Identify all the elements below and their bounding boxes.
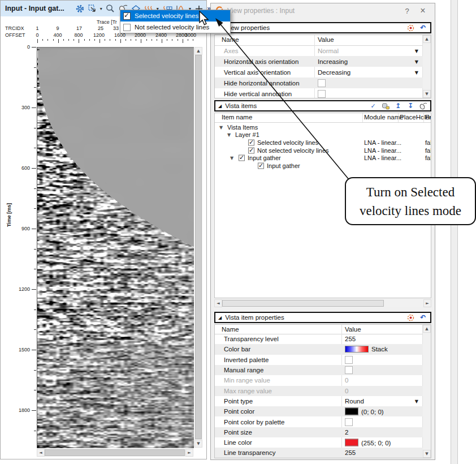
menu-item-checkbox[interactable]: [123, 24, 131, 31]
property-checkbox[interactable]: [345, 418, 353, 426]
expander-icon[interactable]: ▼: [219, 124, 223, 130]
property-value[interactable]: Decreasing: [318, 69, 350, 76]
vista-items-horizontal-scrollbar[interactable]: ◄ ►: [214, 299, 431, 307]
tree-row-selected-velocity-lines[interactable]: Selected velocity linesLNA - linear...fa…: [215, 139, 431, 147]
property-value[interactable]: 255: [345, 449, 356, 456]
tree-item-checkbox[interactable]: [248, 147, 254, 153]
menu-item-checkbox[interactable]: [123, 12, 131, 20]
property-row[interactable]: Point typeRound▼: [215, 396, 431, 406]
tree-row-not-selected-velocity-lines[interactable]: Not selected velocity linesLNA - linear.…: [215, 147, 431, 154]
property-value[interactable]: [318, 90, 326, 98]
collapse-triangle-icon[interactable]: ◢: [218, 315, 222, 320]
property-row[interactable]: Inverted palette: [215, 355, 431, 365]
column-header[interactable]: Name: [222, 36, 239, 43]
table-scrollbar[interactable]: ▲▼: [423, 35, 431, 98]
menu-item-selected-velocity-lines[interactable]: Selected velocity lines: [120, 10, 230, 22]
view-properties-section-header[interactable]: ◢ View properties ↶: [214, 22, 431, 33]
property-value[interactable]: [345, 418, 353, 426]
property-checkbox[interactable]: [318, 79, 326, 87]
tree-row-input-gather[interactable]: ▼Input gatherLNA - linear...false: [215, 154, 431, 162]
gear-icon[interactable]: [76, 3, 84, 14]
property-row[interactable]: Transparency level255: [215, 334, 431, 344]
property-value[interactable]: [345, 356, 353, 364]
property-value[interactable]: (0; 0; 0): [345, 408, 384, 415]
tree-item-checkbox[interactable]: [248, 139, 254, 145]
scroll-right-arrow[interactable]: ►: [185, 449, 193, 457]
plot-vertical-scrollbar[interactable]: ▲ ▼: [194, 47, 202, 448]
column-header[interactable]: Name: [222, 326, 239, 333]
property-row[interactable]: AxesNormal▼: [215, 45, 431, 56]
dropdown-caret-icon[interactable]: ▼: [415, 48, 418, 53]
target-icon[interactable]: [406, 313, 415, 321]
property-value[interactable]: [318, 79, 326, 87]
tree-item-checkbox[interactable]: [258, 162, 264, 169]
property-row[interactable]: Point size2: [215, 427, 431, 437]
color-swatch[interactable]: [345, 408, 358, 415]
scroll-left-arrow[interactable]: ◄: [37, 449, 45, 457]
property-row[interactable]: Point color(0; 0; 0): [215, 406, 431, 416]
property-value[interactable]: [345, 366, 353, 374]
menu-item-not-selected-velocity-lines[interactable]: Not selected velocity lines: [120, 22, 230, 33]
dropdown-caret-icon[interactable]: ▼: [415, 59, 418, 64]
collapse-triangle-icon[interactable]: ◢: [218, 104, 222, 109]
property-row[interactable]: Line transparency255: [215, 448, 431, 458]
tree-row-layer-#1[interactable]: ▼Layer #1: [215, 131, 431, 139]
property-value[interactable]: Round: [345, 398, 364, 405]
target-icon[interactable]: [406, 24, 415, 32]
property-row[interactable]: Point color by palette: [215, 416, 431, 427]
table-scrollbar[interactable]: ▲▼: [423, 325, 431, 458]
property-checkbox[interactable]: [318, 90, 326, 98]
horizontal-scroll-thumb[interactable]: [45, 449, 185, 456]
column-header[interactable]: From: [425, 114, 431, 121]
column-header[interactable]: Item name: [222, 114, 252, 121]
scroll-down-arrow[interactable]: ▼: [423, 450, 431, 458]
reset-icon[interactable]: ↶: [418, 24, 427, 32]
tree-item-checkbox[interactable]: [239, 155, 245, 161]
column-header[interactable]: Value: [345, 326, 361, 333]
scroll-right-arrow[interactable]: ►: [423, 299, 431, 307]
colorbar-swatch[interactable]: [345, 346, 369, 353]
selection-mode-icon[interactable]: [88, 3, 97, 14]
color-swatch[interactable]: [345, 439, 358, 446]
apply-check-icon[interactable]: ✓: [369, 102, 378, 110]
property-row[interactable]: Color barStack: [215, 344, 431, 354]
plot-horizontal-scrollbar[interactable]: ◄ ►: [37, 449, 193, 457]
selection-mode-caret-icon[interactable]: ▾: [100, 6, 102, 11]
property-row[interactable]: Max range value0: [215, 386, 431, 396]
vertical-scroll-thumb[interactable]: [195, 55, 202, 439]
column-header[interactable]: Value: [318, 36, 334, 43]
property-value[interactable]: Stack: [345, 346, 388, 353]
scroll-up-arrow[interactable]: ▲: [194, 47, 202, 55]
mouse-select-icon[interactable]: [418, 102, 427, 110]
scroll-up-arrow[interactable]: ▲: [423, 325, 431, 333]
property-value[interactable]: (255; 0; 0): [345, 439, 391, 446]
property-value[interactable]: 0: [345, 388, 348, 394]
property-row[interactable]: Horizontal axis orientationIncreasing▼: [215, 56, 431, 67]
expander-icon[interactable]: ▼: [227, 132, 231, 138]
property-value[interactable]: Increasing: [318, 58, 348, 65]
vista-items-section-header[interactable]: ◢ Vista items ✓ ↥ ↧: [214, 100, 431, 111]
property-value[interactable]: Normal: [318, 48, 339, 54]
move-down-icon[interactable]: ↧: [406, 102, 415, 110]
vista-item-properties-section-header[interactable]: ◢ Vista item properties ↶: [214, 312, 431, 323]
property-checkbox[interactable]: [345, 366, 353, 374]
horizontal-scroll-thumb[interactable]: [222, 300, 384, 307]
tree-row-input-gather[interactable]: Input gather: [215, 162, 431, 170]
property-row[interactable]: Min range value0: [215, 375, 431, 385]
dropdown-caret-icon[interactable]: ▼: [415, 398, 418, 403]
property-value[interactable]: 255: [345, 336, 356, 342]
property-row[interactable]: Vertical axis orientationDecreasing▼: [215, 67, 431, 78]
scroll-left-arrow[interactable]: ◄: [214, 299, 222, 307]
reset-icon[interactable]: ↶: [418, 313, 427, 321]
property-row[interactable]: Line color(255; 0; 0): [215, 437, 431, 448]
copy-items-icon[interactable]: [381, 102, 390, 110]
scroll-up-arrow[interactable]: ▲: [423, 35, 431, 43]
zoom-icon[interactable]: [106, 3, 115, 14]
property-row[interactable]: Manual range: [215, 365, 431, 375]
property-value[interactable]: 0: [345, 377, 348, 384]
dropdown-caret-icon[interactable]: ▼: [415, 70, 418, 75]
scroll-down-arrow[interactable]: ▼: [194, 440, 202, 448]
outer-scrollbar-strip[interactable]: [451, 0, 458, 464]
property-value[interactable]: 2: [345, 429, 348, 436]
close-button[interactable]: ×: [417, 6, 429, 16]
